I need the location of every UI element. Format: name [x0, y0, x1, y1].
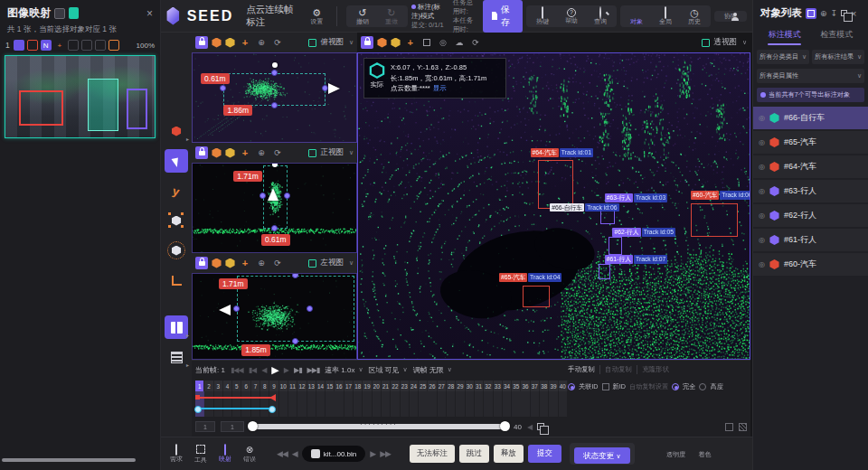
copy-range-icon[interactable]	[537, 423, 544, 430]
show-link[interactable]: 显示	[433, 84, 447, 92]
expand-panel-icon[interactable]	[841, 10, 847, 16]
save-button[interactable]: 保存	[483, 0, 523, 33]
opacity-button[interactable]: 透明度	[666, 450, 686, 458]
slider-handle-left[interactable]	[248, 421, 258, 431]
new-id-checkbox[interactable]	[602, 383, 609, 390]
annotation-box-3d[interactable]	[523, 286, 550, 307]
cannot-annotate-button[interactable]: 无法标注	[410, 445, 455, 463]
crosshair-icon[interactable]: +	[239, 36, 251, 49]
frame-cell[interactable]: 26	[428, 381, 437, 391]
expand-icon[interactable]	[308, 39, 316, 47]
view-name[interactable]: 左视图	[320, 258, 344, 268]
lock-tool-icon[interactable]	[195, 36, 208, 49]
rate-dropdown[interactable]: 速率1.0x∨	[325, 365, 363, 375]
lock-tool-icon[interactable]	[195, 257, 208, 269]
frame-cell[interactable]: 22	[391, 381, 400, 391]
orange-cube-icon[interactable]	[212, 258, 222, 268]
lasso-cloud-icon[interactable]: ☁	[453, 36, 466, 49]
visibility-eye-icon[interactable]: ◎	[759, 212, 765, 220]
edge-handle[interactable]	[322, 85, 328, 91]
frame-cell[interactable]: 24	[410, 381, 419, 391]
tab-check-mode[interactable]: 检查模式	[811, 25, 863, 45]
mapped-image-thumbnail[interactable]	[5, 55, 156, 138]
frame-cell[interactable]: 39	[549, 381, 558, 391]
view-name[interactable]: 正视图	[320, 147, 344, 158]
heading-arrow[interactable]	[328, 83, 340, 94]
crosshair-icon[interactable]: +	[239, 146, 251, 159]
frame-cell[interactable]: 38	[540, 381, 549, 391]
download-icon[interactable]: ↧	[831, 9, 838, 18]
submit-button[interactable]: 提交	[528, 445, 561, 463]
frame-cell[interactable]: 17	[344, 381, 354, 391]
rotate-icon[interactable]: ⟳	[271, 257, 284, 269]
edge-handle[interactable]	[292, 273, 298, 278]
manual-copy-button[interactable]: 手动复制	[568, 365, 595, 374]
frame-cell[interactable]: 36	[521, 381, 530, 391]
heading-arrow[interactable]	[219, 305, 231, 315]
height-radio[interactable]	[699, 383, 706, 390]
frame-cell[interactable]: 6	[241, 381, 250, 391]
selection-box[interactable]	[237, 276, 354, 342]
frame-cell[interactable]: 7	[251, 381, 260, 391]
yellow-cube-icon[interactable]	[391, 38, 401, 48]
skip-button[interactable]: 跳过	[459, 445, 489, 463]
rotation-handle[interactable]	[272, 163, 278, 167]
rotate-box-tool[interactable]	[165, 239, 188, 262]
object-list-item[interactable]: ◎#65-汽车	[753, 131, 868, 154]
attribute-filter-select[interactable]: 所有类目属性∨	[757, 69, 864, 83]
frame-cell[interactable]: 16	[335, 381, 344, 391]
fit-range-icon[interactable]	[725, 423, 733, 431]
cube-annotation-tool[interactable]: ▸	[165, 119, 188, 143]
locate-icon[interactable]: ⊕	[820, 9, 827, 18]
object-list-item[interactable]: ◎#64-汽车	[753, 155, 868, 178]
prev-frame-button[interactable]: ◀	[261, 366, 266, 374]
edge-handle[interactable]	[271, 225, 278, 231]
close-icon[interactable]: ×	[146, 8, 153, 19]
region-dropdown[interactable]: 区域可见∨	[369, 365, 408, 375]
layout-alt-tool[interactable]: ▸	[165, 345, 188, 369]
move-icon[interactable]: ⊕	[255, 146, 268, 159]
image-annotation-bicycle-selected[interactable]	[88, 79, 119, 131]
edge-handle[interactable]	[271, 70, 278, 76]
image-annotation-car[interactable]	[19, 90, 64, 127]
frame-cell[interactable]: 18	[354, 381, 363, 391]
lock-tool-icon[interactable]	[361, 36, 373, 49]
errors-button[interactable]: ⊗ 错误	[240, 445, 259, 463]
expand-icon[interactable]	[308, 259, 316, 268]
front-view-canvas[interactable]: 1.71m 0.61m	[192, 163, 357, 253]
box-draw-icon[interactable]	[27, 40, 38, 51]
camera-badge-icon[interactable]	[69, 7, 79, 19]
track-label[interactable]: #61-行人Track id:07	[605, 255, 668, 264]
expand-icon[interactable]	[308, 149, 316, 157]
zoom-box-icon[interactable]	[108, 40, 119, 51]
move-icon[interactable]: ⊕	[255, 257, 268, 269]
track-label[interactable]: #62-行人Track id:05	[612, 228, 675, 237]
edge-handle[interactable]	[271, 102, 278, 108]
visibility-eye-icon[interactable]: ◎	[759, 114, 765, 122]
image-annotation-pedestrian[interactable]	[127, 89, 147, 129]
redo-button[interactable]: ↻ 重做	[381, 7, 402, 25]
history-button[interactable]: ◷ 历史	[684, 7, 705, 25]
edge-handle[interactable]	[233, 306, 240, 312]
image-icon[interactable]	[54, 8, 65, 19]
track-span-red[interactable]	[197, 397, 273, 399]
collab-button[interactable]: 协同	[720, 13, 741, 20]
fit-view-icon[interactable]	[14, 40, 24, 51]
track-rows[interactable]	[195, 391, 568, 417]
point-cloud-canvas[interactable]: #64-汽车Track id:01#60-汽车Track id:00#63-行人…	[357, 52, 750, 360]
frame-cell[interactable]: 31	[475, 381, 484, 391]
frame-cell[interactable]: 2	[204, 381, 213, 391]
annotation-box-3d[interactable]	[599, 264, 610, 279]
frame-cell[interactable]: 37	[531, 381, 540, 391]
frame-cell[interactable]: 12	[297, 381, 307, 391]
select-tool[interactable]	[165, 149, 188, 173]
visibility-eye-icon[interactable]: ◎	[759, 163, 765, 171]
frame-cell[interactable]: 11	[288, 381, 297, 391]
file-last-button[interactable]: ▶▶	[380, 449, 391, 458]
orange-cube-icon[interactable]	[212, 148, 222, 158]
frame-cell[interactable]: 1	[195, 381, 204, 391]
view-name[interactable]: 俯视图	[320, 37, 344, 48]
track-label[interactable]: #66-自行车Track id:06	[550, 203, 618, 212]
top-view-canvas[interactable]: 0.61m 1.86m	[192, 52, 357, 143]
clear-range-icon[interactable]	[739, 423, 747, 431]
